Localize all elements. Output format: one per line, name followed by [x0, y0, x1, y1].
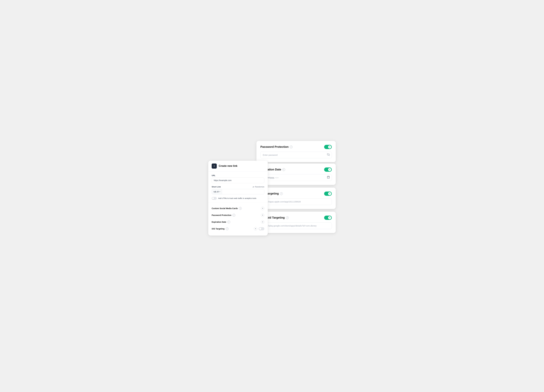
option-row-expiration: Expiration Date i ✕ — [208, 219, 268, 225]
chevron-down-icon: ▾ — [219, 191, 220, 192]
option-label-text: Password Protection — [212, 214, 231, 216]
short-link-input[interactable] — [222, 189, 264, 194]
option-close-button[interactable]: ✕ — [261, 220, 264, 224]
panel-header: Create new link — [208, 161, 268, 172]
info-icon[interactable]: i — [226, 227, 229, 230]
ios-targeting-toggle[interactable] — [324, 192, 332, 196]
android-targeting-toggle[interactable] — [324, 216, 332, 220]
card-header: Password Protection i — [260, 145, 332, 149]
randomize-button[interactable]: ⇄ Randomize — [253, 186, 264, 188]
panel-body: URL Short Link ⇄ Randomize rqk.sh ▾ — [208, 172, 268, 200]
utm-toggle[interactable] — [212, 197, 217, 200]
info-icon[interactable]: i — [239, 207, 242, 210]
password-input[interactable] — [260, 152, 332, 158]
info-icon[interactable]: i — [290, 146, 293, 148]
info-icon[interactable]: i — [282, 168, 285, 171]
password-input-wrapper — [260, 152, 332, 158]
scene: Password Protection i — [208, 141, 336, 251]
option-close-button[interactable]: ✕ — [261, 213, 264, 217]
ios-option-toggle[interactable] — [259, 227, 264, 230]
option-label: Expiration Date i — [212, 221, 230, 223]
option-close-button[interactable]: ✕ — [261, 207, 264, 210]
option-label-text: Expiration Date — [212, 221, 226, 223]
expiration-date-input[interactable] — [260, 174, 332, 181]
option-label: iOS Targeting i — [212, 227, 229, 230]
option-label-text: Custom Social Media Cards — [212, 207, 238, 210]
android-targeting-input[interactable] — [260, 222, 332, 229]
info-icon[interactable]: i — [227, 221, 230, 223]
option-label: Custom Social Media Cards i — [212, 207, 242, 210]
url-field-group: URL — [212, 174, 264, 183]
android-targeting-card: Android Targeting i — [256, 212, 336, 233]
ios-targeting-input[interactable] — [260, 198, 332, 205]
short-link-header-row: Short Link ⇄ Randomize — [212, 186, 264, 188]
info-icon[interactable]: i — [286, 216, 289, 219]
short-link-field-group: Short Link ⇄ Randomize rqk.sh ▾ — [212, 186, 264, 194]
randomize-icon: ⇄ — [253, 186, 254, 188]
short-link-input-row: rqk.sh ▾ — [212, 189, 264, 194]
domain-value: rqk.sh — [213, 191, 219, 193]
card-header: iOS Targeting i — [260, 192, 332, 196]
card-header: Expiration Date i — [260, 168, 332, 172]
ios-targeting-card: iOS Targeting i — [256, 187, 336, 209]
expiration-date-card: Expiration Date i — [256, 164, 336, 185]
panel-title: Create new link — [219, 164, 237, 168]
eye-off-icon — [327, 153, 330, 157]
card-header: Android Targeting i — [260, 216, 332, 220]
password-protection-card: Password Protection i — [256, 141, 336, 162]
short-link-label: Short Link — [212, 186, 221, 188]
password-protection-toggle[interactable] — [324, 145, 332, 149]
back-button[interactable] — [212, 164, 217, 169]
option-row-ios: iOS Targeting i ✕ — [208, 225, 268, 232]
option-row-password: Password Protection i ✕ — [208, 212, 268, 219]
calendar-icon — [327, 176, 330, 179]
url-input[interactable] — [212, 177, 264, 183]
svg-rect-1 — [327, 176, 330, 178]
expiration-date-input-wrapper — [260, 174, 332, 181]
option-close-button[interactable]: ✕ — [254, 227, 257, 230]
domain-select[interactable]: rqk.sh ▾ — [212, 189, 222, 194]
option-label-text: iOS Targeting — [212, 228, 225, 230]
info-icon[interactable]: i — [280, 192, 283, 195]
randomize-label: Randomize — [255, 186, 264, 188]
option-row-end: ✕ — [254, 227, 264, 230]
card-title: Password Protection i — [260, 145, 293, 148]
option-row-social-media: Custom Social Media Cards i ✕ — [208, 205, 268, 212]
utm-text: Add UTMs to track web traffic in analyti… — [218, 197, 256, 199]
expiration-date-toggle[interactable] — [324, 168, 332, 172]
card-title-text: Password Protection — [260, 145, 289, 148]
url-label: URL — [212, 174, 264, 176]
option-label: Password Protection i — [212, 214, 235, 216]
info-icon[interactable]: i — [232, 214, 235, 216]
main-panel: Create new link URL Short Link ⇄ Randomi… — [208, 161, 268, 236]
utm-toggle-row: Add UTMs to track web traffic in analyti… — [212, 197, 264, 200]
